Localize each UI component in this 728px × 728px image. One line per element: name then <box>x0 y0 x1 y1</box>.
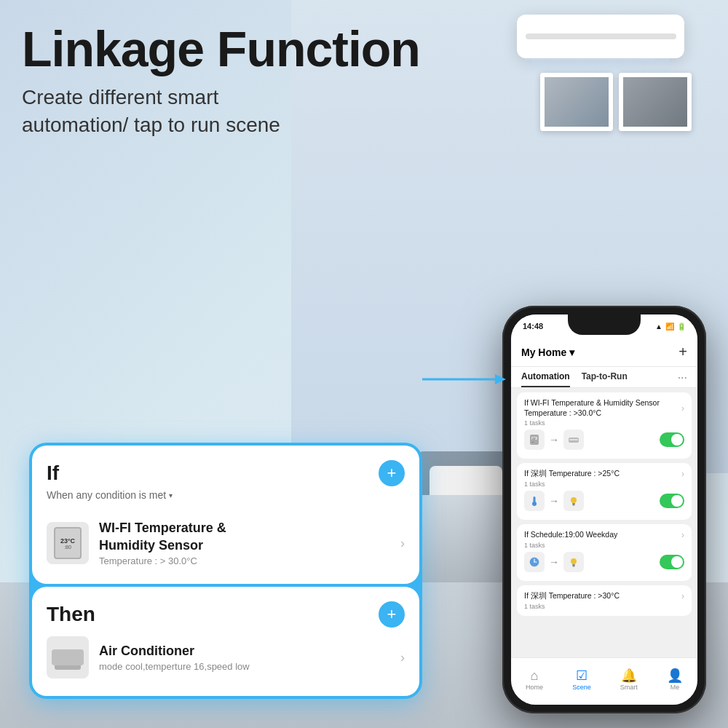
flow-icon-clock <box>524 552 545 572</box>
scene-label: Scene <box>572 684 591 691</box>
ui-panel: If + When any condition is met ▾ 23°C :8… <box>29 443 422 699</box>
me-label: Me <box>670 684 680 691</box>
bottom-tab-bar: ⌂ Home ☑ Scene 🔔 Smart 👤 Me <box>511 657 697 705</box>
automation-item-1[interactable]: If WI-FI Temperature & Humidity Sensor T… <box>517 392 692 459</box>
auto-tasks-3: 1 tasks <box>524 542 684 549</box>
automation-item-2[interactable]: If 深圳 Temperature : >25°C › 1 tasks → <box>517 463 692 520</box>
sensor-row-arrow: › <box>400 536 405 551</box>
status-time: 14:48 <box>523 322 543 331</box>
svg-text:23°: 23° <box>532 438 537 440</box>
if-card-subtitle[interactable]: When any condition is met ▾ <box>47 489 405 501</box>
if-card-title: If <box>47 462 59 485</box>
auto-tasks-1: 1 tasks <box>524 419 684 427</box>
auto-tasks-2: 1 tasks <box>524 480 684 488</box>
tab-home[interactable]: ⌂ Home <box>526 669 543 691</box>
phone-tabs: Automation Tap-to-Run ··· <box>511 367 697 388</box>
svg-rect-5 <box>569 439 578 440</box>
battery-icon: 🔋 <box>677 323 686 331</box>
signal-icon: ▲ <box>655 323 662 331</box>
sensor-name: WI-FI Temperature & Humidity Sensor <box>99 520 390 554</box>
auto-title-row-2: If 深圳 Temperature : >25°C › <box>524 469 684 479</box>
auto-arrow-3: › <box>681 530 684 540</box>
svg-rect-10 <box>573 505 575 506</box>
then-card: Then + Air Conditioner mode cool,tempert… <box>32 587 419 696</box>
main-title: Linkage Function <box>22 22 420 76</box>
subtitle-line1: Create different smart <box>22 86 218 108</box>
sensor-icon: 23°C :80 <box>47 522 89 564</box>
smart-icon: 🔔 <box>621 669 637 682</box>
smart-label: Smart <box>620 684 638 691</box>
flow-arrow-3: → <box>549 556 559 568</box>
toggle-1[interactable] <box>660 432 684 447</box>
ac-row-arrow: › <box>400 650 405 665</box>
phone-mockup: 14:48 ▲ 📶 🔋 My Home ▾ + Automation Tap-t… <box>502 306 706 713</box>
ac-icon <box>47 636 89 678</box>
phone-content: If WI-FI Temperature & Humidity Sensor T… <box>511 388 697 676</box>
subtitle: Create different smart automation/ tap t… <box>22 84 420 139</box>
if-card: If + When any condition is met ▾ 23°C :8… <box>32 446 419 584</box>
sensor-item-row: 23°C :80 WI-FI Temperature & Humidity Se… <box>47 510 405 569</box>
sensor-temp: 23°C <box>60 537 75 545</box>
svg-rect-9 <box>572 503 575 505</box>
wall-art <box>540 73 692 131</box>
auto-title-row-3: If Schedule:19:00 Weekday › <box>524 530 684 540</box>
sensor-detail: Temperature : > 30.0°C <box>99 555 390 566</box>
automation-item-4[interactable]: If 深圳 Temperature : >30°C › 1 tasks <box>517 585 692 616</box>
auto-arrow-4: › <box>681 591 684 601</box>
svg-rect-7 <box>534 496 536 504</box>
tab-tap-to-run[interactable]: Tap-to-Run <box>582 371 628 387</box>
flow-row-3: → <box>524 549 684 575</box>
home-icon: ⌂ <box>531 669 539 682</box>
header-area: Linkage Function Create different smart … <box>22 22 420 138</box>
auto-title-2: If 深圳 Temperature : >25°C <box>524 469 681 479</box>
auto-tasks-4: 1 tasks <box>524 603 684 610</box>
then-card-header: Then + <box>47 601 405 628</box>
status-icons-group: ▲ 📶 🔋 <box>655 323 686 331</box>
ac-small-icon <box>52 649 84 665</box>
phone-screen: 14:48 ▲ 📶 🔋 My Home ▾ + Automation Tap-t… <box>511 314 697 705</box>
auto-title-4: If 深圳 Temperature : >30°C <box>524 591 681 601</box>
flow-icon-sensor: 23° :80 <box>524 430 545 450</box>
ac-airflow <box>524 58 670 71</box>
svg-text::80: :80 <box>531 441 534 443</box>
tab-scene[interactable]: ☑ Scene <box>572 669 591 691</box>
flow-icon-bulb2 <box>563 552 584 572</box>
then-add-button[interactable]: + <box>379 601 405 628</box>
ac-unit-decoration <box>517 15 684 58</box>
wall-frame-2 <box>619 73 692 131</box>
tab-automation[interactable]: Automation <box>521 371 570 387</box>
subtitle-line2: automation/ tap to run scene <box>22 114 280 136</box>
tabs-more-button[interactable]: ··· <box>678 371 687 387</box>
flow-icon-bulb <box>563 491 584 511</box>
auto-title-row-1: If WI-FI Temperature & Humidity Sensor T… <box>524 398 684 418</box>
svg-point-8 <box>571 497 577 503</box>
nav-title[interactable]: My Home ▾ <box>521 347 574 358</box>
svg-rect-15 <box>572 564 575 566</box>
flow-row-2: → <box>524 488 684 514</box>
toggle-2[interactable] <box>660 494 684 508</box>
flow-icon-ac <box>563 430 584 450</box>
then-card-title: Then <box>47 603 95 626</box>
svg-rect-16 <box>573 566 575 567</box>
ac-detail: mode cool,temperture 16,speed low <box>99 661 390 672</box>
phone-nav: My Home ▾ + <box>511 338 697 367</box>
flow-arrow-2: → <box>549 495 559 507</box>
subtitle-dropdown-arrow: ▾ <box>169 491 173 499</box>
me-icon: 👤 <box>667 669 683 682</box>
automation-item-3[interactable]: If Schedule:19:00 Weekday › 1 tasks → <box>517 524 692 581</box>
auto-title-3: If Schedule:19:00 Weekday <box>524 530 681 540</box>
ac-info: Air Conditioner mode cool,temperture 16,… <box>99 643 390 672</box>
ac-name: Air Conditioner <box>99 643 390 660</box>
tab-me[interactable]: 👤 Me <box>667 669 683 691</box>
sensor-screen: 23°C :80 <box>54 527 82 559</box>
wifi-icon: 📶 <box>665 323 674 331</box>
sensor-icon-inner: 23°C :80 <box>47 522 89 564</box>
flow-arrow-1: → <box>549 434 559 446</box>
tab-smart[interactable]: 🔔 Smart <box>620 669 638 691</box>
toggle-3[interactable] <box>660 555 684 569</box>
nav-plus-button[interactable]: + <box>678 344 687 360</box>
wall-frame-1 <box>540 73 613 131</box>
auto-arrow-1: › <box>681 403 684 414</box>
svg-point-14 <box>571 558 577 564</box>
if-add-button[interactable]: + <box>379 460 405 486</box>
